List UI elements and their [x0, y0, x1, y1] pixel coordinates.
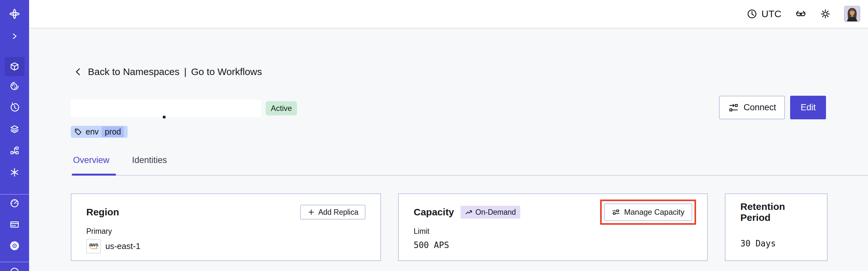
user-avatar-photo — [845, 6, 860, 21]
primary-label: Primary — [86, 227, 366, 236]
sidebar-item-nexus[interactable] — [0, 167, 29, 178]
aws-smile-icon — [89, 247, 98, 250]
add-replica-button[interactable]: Add Replica — [300, 205, 366, 219]
highlight-annotation-box: Manage Capacity — [600, 200, 696, 225]
sidebar-item-schedules[interactable] — [0, 102, 29, 113]
breadcrumb: Back to Namespaces | Go to Workflows — [74, 66, 262, 78]
header-actions: Connect Edit — [719, 96, 826, 119]
account-circle-icon — [9, 267, 20, 271]
active-tab-underline — [72, 174, 116, 176]
chevron-right-icon — [10, 32, 19, 40]
deployments-layers-icon — [9, 124, 20, 134]
clock-icon — [746, 8, 757, 20]
codec-glasses-button[interactable] — [795, 8, 807, 20]
tab-overview[interactable]: Overview — [72, 155, 111, 165]
breadcrumb-separator: | — [184, 66, 186, 77]
region-card-title: Region — [86, 207, 119, 218]
temporal-logo[interactable] — [0, 8, 29, 20]
namespaces-cube-icon — [9, 61, 20, 72]
sliders-icon — [612, 208, 620, 216]
sidebar-item-usage[interactable] — [0, 198, 29, 209]
retention-card: Retention Period 30 Days — [725, 193, 828, 261]
main-content: Back to Namespaces | Go to Workflows Act… — [29, 28, 868, 271]
limit-label: Limit — [414, 227, 692, 236]
back-link-label: Back to Namespaces — [88, 66, 179, 77]
timezone-selector[interactable]: UTC — [746, 8, 781, 20]
tag-value: prod — [102, 126, 124, 137]
tab-identities[interactable]: Identities — [131, 155, 168, 165]
batch-operations-branch-icon — [9, 145, 20, 156]
trending-up-icon — [465, 209, 472, 216]
nexus-asterisk-icon — [9, 167, 20, 178]
connect-flow-icon — [728, 102, 739, 113]
workflows-spiral-icon — [9, 81, 20, 92]
capacity-card-title: Capacity — [414, 207, 454, 218]
go-to-workflows-link[interactable]: Go to Workflows — [191, 66, 262, 77]
settings-gear-icon — [9, 240, 20, 251]
capacity-limit-value: 500 APS — [414, 240, 692, 250]
plus-icon — [307, 208, 315, 216]
manage-capacity-button[interactable]: Manage Capacity — [604, 203, 692, 221]
back-to-namespaces-link[interactable]: Back to Namespaces — [74, 66, 179, 77]
retention-card-title: Retention Period — [740, 201, 812, 223]
sidebar-item-deployments[interactable] — [0, 124, 29, 134]
manage-capacity-label: Manage Capacity — [624, 208, 684, 217]
connect-button-label: Connect — [744, 102, 776, 113]
sidebar-item-settings[interactable] — [0, 240, 29, 251]
region-card: Region Add Replica Primary aws — [71, 193, 381, 261]
region-value: us-east-1 — [105, 241, 140, 251]
sidebar-item-account[interactable] — [0, 267, 29, 271]
on-demand-label: On-Demand — [475, 208, 516, 217]
workflows-link-label: Go to Workflows — [191, 66, 262, 77]
sidebar-item-expand[interactable] — [0, 32, 29, 40]
theme-toggle-button[interactable] — [820, 9, 831, 19]
sidebar-divider — [0, 194, 29, 195]
theme-sun-icon — [820, 9, 831, 19]
aws-logo-text: aws — [89, 243, 98, 247]
namespace-tag-chip: env prod — [71, 126, 128, 138]
add-replica-label: Add Replica — [318, 208, 359, 217]
overview-cards: Region Add Replica Primary aws — [71, 193, 828, 261]
namespace-name-artifact — [163, 116, 165, 118]
user-avatar[interactable] — [844, 6, 860, 22]
back-chevron-icon — [74, 67, 83, 77]
retention-value: 30 Days — [740, 239, 812, 248]
on-demand-badge: On-Demand — [461, 206, 520, 219]
sidebar-item-billing[interactable] — [0, 219, 29, 230]
tag-key: env — [86, 127, 99, 137]
sidebar-item-namespaces[interactable] — [0, 61, 29, 72]
temporal-logo-icon — [8, 8, 21, 20]
aws-provider-badge: aws — [86, 239, 101, 253]
sidebar-item-batch-operations[interactable] — [0, 145, 29, 156]
sidebar-item-workflows[interactable] — [0, 81, 29, 92]
sidebar-divider — [0, 262, 29, 262]
connect-button[interactable]: Connect — [719, 96, 785, 119]
timezone-label: UTC — [762, 8, 781, 20]
billing-card-icon — [9, 219, 20, 230]
capacity-card: Capacity On-Demand — [398, 193, 708, 261]
schedules-clock-icon — [9, 102, 20, 113]
sidebar — [0, 0, 29, 271]
edit-button[interactable]: Edit — [790, 96, 826, 119]
tab-bar: Overview Identities — [72, 155, 168, 165]
tab-bar-divider — [72, 175, 868, 176]
tag-icon — [74, 128, 83, 136]
usage-gauge-icon — [9, 198, 20, 209]
status-badge: Active — [266, 101, 297, 116]
namespace-name-redacted — [71, 100, 261, 117]
topbar: UTC — [29, 0, 868, 28]
status-label: Active — [271, 104, 292, 113]
codec-glasses-icon — [795, 8, 807, 20]
edit-button-label: Edit — [801, 102, 816, 113]
